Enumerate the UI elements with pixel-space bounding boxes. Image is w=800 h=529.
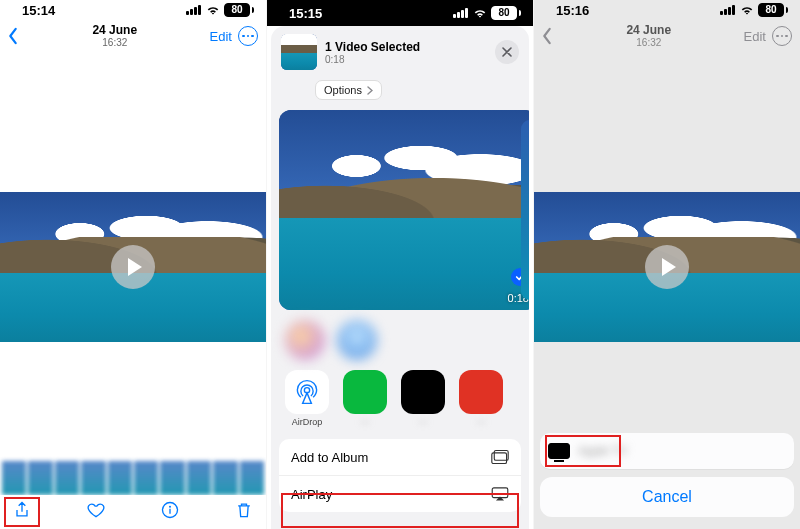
back-button[interactable] bbox=[540, 27, 554, 45]
photos-video-detail-screen: 15:14 80 24 June 16:32 Edit bbox=[0, 0, 266, 529]
nav-time: 16:32 bbox=[626, 37, 671, 48]
cancel-button[interactable]: Cancel bbox=[540, 477, 794, 517]
options-label: Options bbox=[324, 84, 362, 96]
nav-date: 24 June bbox=[626, 24, 671, 37]
app-item[interactable]: — bbox=[401, 370, 445, 427]
actions-list: Add to Album AirPlay bbox=[279, 439, 521, 512]
cellular-icon bbox=[453, 8, 469, 18]
status-time: 15:15 bbox=[289, 6, 322, 21]
apps-row[interactable]: AirDrop — — — bbox=[271, 362, 529, 433]
action-label: AirPlay bbox=[291, 487, 332, 502]
selection-duration: 0:18 bbox=[325, 54, 420, 65]
app-item[interactable]: — bbox=[459, 370, 503, 427]
nav-bar: 24 June 16:32 Edit bbox=[534, 20, 800, 52]
trash-icon[interactable] bbox=[234, 500, 254, 520]
info-icon[interactable] bbox=[160, 500, 180, 520]
action-airplay[interactable]: AirPlay bbox=[279, 475, 521, 512]
status-bar: 15:16 80 bbox=[534, 0, 800, 20]
heart-icon[interactable] bbox=[86, 500, 106, 520]
back-button[interactable] bbox=[6, 27, 20, 45]
app-airdrop[interactable]: AirDrop bbox=[285, 370, 329, 427]
options-button[interactable]: Options bbox=[315, 80, 382, 100]
action-label: Add to Album bbox=[291, 450, 368, 465]
share-preview[interactable]: 0:18 bbox=[279, 110, 529, 310]
edit-button[interactable]: Edit bbox=[744, 29, 766, 44]
status-time: 15:16 bbox=[556, 3, 589, 18]
battery-icon: 80 bbox=[491, 6, 521, 20]
play-icon bbox=[645, 245, 689, 289]
share-sheet: 1 Video Selected 0:18 Options bbox=[271, 26, 529, 529]
nav-date: 24 June bbox=[92, 24, 137, 37]
play-icon[interactable] bbox=[111, 245, 155, 289]
thumbnail-strip[interactable] bbox=[0, 461, 266, 495]
wifi-icon bbox=[473, 8, 487, 19]
app-label: AirDrop bbox=[285, 417, 329, 427]
status-bar: 15:14 80 bbox=[0, 0, 266, 20]
selection-title: 1 Video Selected bbox=[325, 40, 420, 54]
nav-time: 16:32 bbox=[92, 37, 137, 48]
airplay-device-row[interactable]: Apple TV bbox=[540, 433, 794, 469]
share-sheet-screen: 15:15 80 1 Video Selected 0:18 bbox=[266, 0, 534, 529]
close-button[interactable] bbox=[495, 40, 519, 64]
share-icon[interactable] bbox=[12, 500, 32, 520]
app-item[interactable]: — bbox=[343, 370, 387, 427]
airplay-picker-screen: 15:16 80 24 June 16:32 Edit bbox=[534, 0, 800, 529]
battery-icon: 80 bbox=[224, 3, 254, 17]
selection-thumbnail bbox=[281, 34, 317, 70]
device-name-blurred: Apple TV bbox=[578, 444, 627, 458]
status-bar: 15:15 80 bbox=[267, 0, 533, 26]
cellular-icon bbox=[186, 5, 202, 15]
video-preview[interactable] bbox=[0, 192, 266, 342]
action-add-to-album[interactable]: Add to Album bbox=[279, 439, 521, 475]
svg-rect-6 bbox=[492, 488, 508, 498]
cancel-label: Cancel bbox=[642, 488, 692, 506]
more-button[interactable] bbox=[238, 26, 258, 46]
status-time: 15:14 bbox=[22, 3, 55, 18]
airplay-icon bbox=[491, 486, 509, 502]
wifi-icon bbox=[740, 5, 754, 16]
edit-button[interactable]: Edit bbox=[210, 29, 232, 44]
album-icon bbox=[491, 449, 509, 465]
more-button[interactable] bbox=[772, 26, 792, 46]
appletv-icon bbox=[548, 443, 570, 459]
bottom-toolbar bbox=[0, 495, 266, 529]
video-preview bbox=[534, 192, 800, 342]
svg-rect-2 bbox=[169, 509, 170, 514]
airdrop-icon bbox=[285, 370, 329, 414]
cellular-icon bbox=[720, 5, 736, 15]
battery-icon: 80 bbox=[758, 3, 788, 17]
next-preview-peek[interactable] bbox=[521, 120, 529, 300]
nav-bar: 24 June 16:32 Edit bbox=[0, 20, 266, 52]
chevron-right-icon bbox=[367, 86, 373, 95]
svg-point-1 bbox=[169, 506, 171, 508]
contacts-row[interactable] bbox=[271, 316, 529, 362]
wifi-icon bbox=[206, 5, 220, 16]
